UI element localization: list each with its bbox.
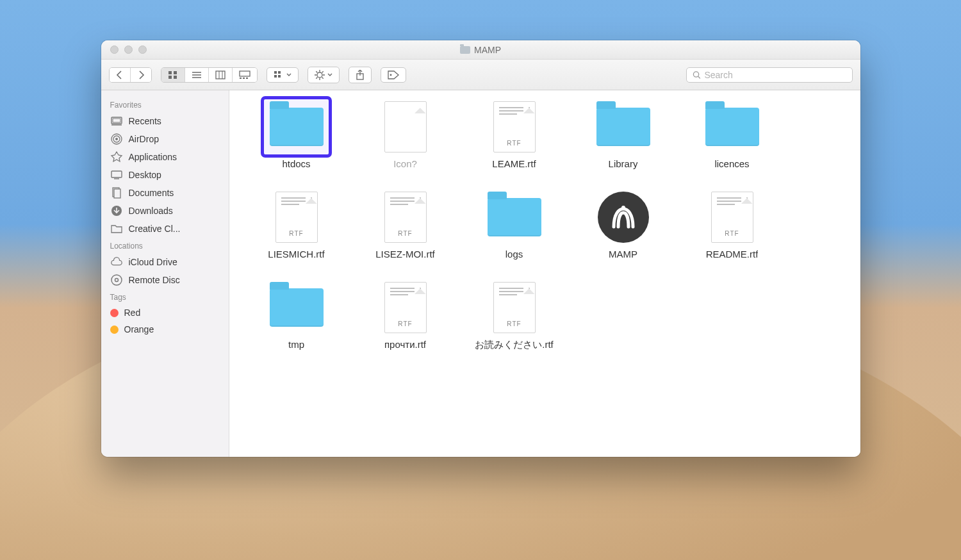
svg-line-23	[316, 71, 317, 72]
sidebar-item-label: Creative Cl...	[129, 224, 181, 234]
sidebar-item-airdrop[interactable]: AirDrop	[101, 130, 229, 148]
column-view-button[interactable]	[209, 68, 233, 82]
sidebar-item-red[interactable]: Red	[101, 304, 229, 321]
window-title-text: MAMP	[474, 45, 501, 55]
file-name-label: LIESMICH.rtf	[268, 249, 324, 259]
svg-line-24	[322, 77, 323, 78]
file-area[interactable]: htdocsIcon?RTFLEAME.rtfLibrarylicencesRT…	[229, 90, 860, 457]
file-item[interactable]: licences	[678, 98, 787, 169]
svg-rect-17	[278, 75, 281, 78]
view-mode-buttons	[161, 67, 258, 83]
file-item[interactable]: RTFREADME.rtf	[678, 188, 787, 259]
cloud-icon	[110, 256, 123, 268]
icon-view-button[interactable]	[161, 68, 185, 82]
sidebar-item-label: AirDrop	[129, 134, 159, 144]
sidebar-item-label: Applications	[129, 152, 177, 162]
nav-buttons	[109, 67, 152, 83]
traffic-lights	[101, 45, 147, 54]
sidebar-item-downloads[interactable]: Downloads	[101, 202, 229, 220]
rtf-file-icon: RTF	[711, 192, 753, 243]
search-field[interactable]	[686, 67, 853, 83]
file-item[interactable]: RTFпрочти.rtf	[351, 279, 460, 351]
file-item[interactable]: tmp	[242, 279, 351, 351]
folder-icon	[460, 46, 470, 54]
file-item[interactable]: RTFLIESMICH.rtf	[242, 188, 351, 259]
file-icon	[384, 101, 427, 152]
svg-point-18	[317, 72, 322, 78]
back-button[interactable]	[110, 68, 131, 82]
svg-rect-2	[168, 76, 172, 79]
file-item[interactable]: MAMP	[569, 188, 678, 259]
svg-rect-16	[274, 75, 277, 78]
forward-button[interactable]	[131, 68, 151, 82]
sidebar-item-icloud-drive[interactable]: iCloud Drive	[101, 253, 229, 271]
sidebar-item-label: Downloads	[129, 206, 173, 216]
rtf-file-icon: RTF	[275, 192, 318, 243]
sidebar-item-label: Documents	[129, 188, 174, 198]
tag-dot-icon	[110, 325, 119, 334]
file-name-label: MAMP	[609, 249, 637, 259]
close-button[interactable]	[110, 45, 119, 54]
search-input[interactable]	[704, 70, 846, 80]
list-view-button[interactable]	[185, 68, 209, 82]
file-item[interactable]: logs	[460, 188, 569, 259]
sidebar-item-recents[interactable]: Recents	[101, 112, 229, 130]
file-item[interactable]: RTFお読みください.rtf	[460, 279, 569, 351]
sidebar-section-header: Tags	[101, 289, 229, 304]
file-name-label: Icon?	[393, 158, 417, 169]
gallery-view-button[interactable]	[233, 68, 257, 82]
tags-button[interactable]	[381, 67, 406, 83]
sidebar-item-label: Desktop	[129, 170, 161, 180]
titlebar[interactable]: MAMP	[101, 40, 860, 60]
action-button[interactable]	[308, 67, 340, 83]
toolbar	[101, 60, 860, 90]
file-name-label: README.rtf	[706, 249, 759, 259]
rtf-file-icon: RTF	[384, 192, 427, 243]
svg-rect-15	[278, 71, 281, 74]
sidebar-item-label: Recents	[129, 116, 161, 126]
svg-point-30	[693, 71, 698, 76]
svg-rect-14	[274, 71, 277, 74]
svg-rect-13	[246, 78, 248, 79]
sidebar-item-documents[interactable]: Documents	[101, 184, 229, 202]
sidebar: FavoritesRecentsAirDropApplicationsDeskt…	[101, 90, 229, 457]
sidebar-item-orange[interactable]: Orange	[101, 321, 229, 338]
documents-icon	[110, 187, 123, 199]
applications-icon	[110, 151, 123, 163]
svg-rect-0	[168, 71, 172, 74]
file-name-label: LISEZ-MOI.rtf	[375, 249, 435, 259]
file-item[interactable]: RTFLEAME.rtf	[460, 98, 569, 169]
minimize-button[interactable]	[124, 45, 133, 54]
file-item[interactable]: Library	[569, 98, 678, 169]
svg-line-26	[322, 71, 323, 72]
share-button[interactable]	[349, 67, 372, 83]
sidebar-section-header: Locations	[101, 238, 229, 253]
file-name-label: tmp	[288, 339, 304, 350]
sidebar-item-remote-disc[interactable]: Remote Disc	[101, 271, 229, 289]
sidebar-item-creative-cl-[interactable]: Creative Cl...	[101, 220, 229, 238]
svg-point-35	[115, 138, 118, 140]
sidebar-item-desktop[interactable]: Desktop	[101, 166, 229, 184]
rtf-file-icon: RTF	[493, 282, 536, 333]
finder-window: MAMP	[101, 40, 860, 457]
rtf-file-icon: RTF	[384, 282, 427, 333]
sidebar-item-label: Red	[124, 308, 141, 318]
sidebar-item-applications[interactable]: Applications	[101, 148, 229, 166]
rtf-file-icon: RTF	[493, 101, 536, 152]
svg-line-31	[698, 76, 700, 78]
file-name-label: htdocs	[282, 158, 310, 169]
file-item[interactable]: Icon?	[351, 98, 460, 169]
file-name-label: logs	[505, 249, 523, 259]
search-icon	[693, 70, 701, 79]
arrange-button[interactable]	[267, 67, 299, 83]
file-item[interactable]: RTFLISEZ-MOI.rtf	[351, 188, 460, 259]
desktop-icon	[110, 169, 123, 181]
fullscreen-button[interactable]	[138, 45, 147, 54]
file-name-label: お読みください.rtf	[475, 339, 554, 351]
svg-point-44	[115, 279, 118, 282]
sidebar-item-label: Remote Disc	[129, 275, 180, 285]
recents-icon	[110, 115, 123, 127]
file-item[interactable]: htdocs	[242, 98, 351, 169]
window-title: MAMP	[101, 45, 860, 55]
svg-point-29	[390, 74, 391, 76]
